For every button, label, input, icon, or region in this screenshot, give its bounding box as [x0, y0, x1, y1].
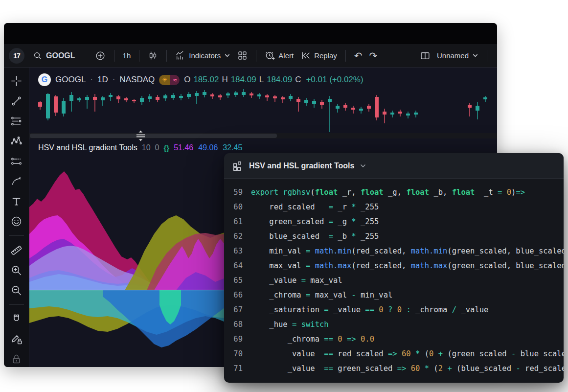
script-grid-icon: [232, 160, 244, 172]
magnet-icon: [10, 313, 23, 325]
drawing-lock-tool[interactable]: [8, 331, 25, 347]
indicators-label: Indicators: [189, 51, 221, 60]
symbol-search-button[interactable]: GOOGL: [29, 48, 79, 63]
legend-symbol: GOOGL: [55, 75, 86, 85]
fib-icon: [10, 115, 23, 127]
forecast-tool[interactable]: [8, 154, 25, 169]
script-title: HSV and HSL gradient Tools: [249, 161, 354, 170]
indicator-title: HSV and HSL gradient Tools: [38, 143, 137, 152]
pane-divider[interactable]: [29, 133, 497, 138]
legend-exchange: NASDAQ: [119, 75, 155, 85]
toolbar-separator: [166, 50, 167, 62]
code-line: 66 _chroma = max_val - min_val: [224, 288, 564, 302]
measure-tool[interactable]: [8, 242, 25, 258]
market-status-badge[interactable]: ☀ ≈: [159, 75, 180, 85]
code-line: 71 _value == green_scaled => 60 * (2 + (…: [224, 361, 564, 376]
crosshair-icon: [10, 75, 23, 87]
symbol-name: GOOGL: [46, 51, 75, 60]
zoom-in-tool[interactable]: [8, 262, 25, 278]
replay-rewind-icon: [300, 50, 311, 61]
toolbar-separator: [256, 50, 256, 62]
emoji-tool[interactable]: [8, 213, 25, 229]
line-number: 70: [224, 346, 243, 361]
pane-resize-handle-icon[interactable]: [135, 130, 146, 141]
chart-style-button[interactable]: [144, 48, 161, 63]
line-number: 62: [224, 229, 243, 244]
pine-editor-header[interactable]: HSV and HSL gradient Tools: [224, 153, 564, 179]
alert-clock-icon: [265, 50, 275, 61]
line-number: 66: [224, 288, 243, 302]
sidebar-divider: [9, 235, 24, 236]
emoji-icon: [10, 215, 23, 228]
pine-source-icon[interactable]: {}: [164, 144, 170, 152]
grid-layout-icon: [237, 50, 248, 61]
line-number: 68: [224, 317, 243, 332]
replay-button[interactable]: Replay: [297, 48, 341, 63]
indicators-button[interactable]: Indicators: [172, 48, 234, 63]
alert-button[interactable]: Alert: [261, 48, 297, 63]
code-line: 62 blue_scaled = _b * _255: [224, 229, 564, 244]
indicator-templates-button[interactable]: [234, 48, 251, 63]
magnet-tool[interactable]: [8, 311, 25, 327]
undo-icon: ↶: [354, 51, 363, 61]
lock-icon: [10, 353, 23, 365]
line-number: 64: [224, 258, 243, 273]
code-line: 63 min_val = math.min(red_scaled, math.m…: [224, 244, 564, 258]
compare-add-button[interactable]: [91, 48, 109, 64]
indicator-values: 51.4649.0632.45: [174, 143, 247, 152]
lock-all-tool[interactable]: [8, 351, 25, 367]
high-value: 184.09: [231, 75, 256, 85]
trend-line-tool[interactable]: [8, 93, 25, 109]
line-number: 65: [224, 273, 243, 288]
line-number: 63: [224, 244, 243, 258]
indicator-param: 0: [155, 143, 159, 152]
high-label: H: [222, 75, 227, 85]
fib-retracement-tool[interactable]: [8, 114, 25, 129]
layout-name: Unnamed: [437, 51, 469, 60]
indicator-value: 32.45: [223, 143, 242, 152]
interval-button[interactable]: 1h: [119, 49, 135, 62]
text-tool[interactable]: [8, 194, 25, 209]
plus-circle-icon: [95, 50, 106, 61]
sidebar-divider: [9, 304, 24, 305]
chevron-down-icon: [224, 52, 230, 59]
legend-separator: ·: [90, 75, 93, 85]
close-label: C: [295, 75, 301, 85]
code-editor[interactable]: 59export rgbhsv(float _r, float _g, floa…: [224, 179, 564, 376]
trend-line-icon: [10, 95, 23, 107]
open-value: 185.02: [193, 75, 219, 85]
legend-separator: ·: [113, 75, 115, 85]
indicators-icon: [175, 50, 185, 61]
brush-tool[interactable]: [8, 174, 25, 189]
pre-market-sun-icon: ☀: [159, 75, 170, 85]
layout-select-button[interactable]: Unnamed: [416, 48, 482, 64]
candlestick-chart[interactable]: [32, 89, 496, 135]
line-number: 67: [224, 302, 243, 317]
pane-scrollbar-thumb[interactable]: [30, 134, 277, 138]
redo-button[interactable]: ↷: [366, 48, 381, 63]
zoom-out-tool[interactable]: [8, 282, 25, 298]
line-number: 59: [224, 185, 243, 200]
change-value: +0.01 (+0.02%): [306, 75, 363, 85]
line-number: 71: [224, 361, 243, 376]
replay-label: Replay: [314, 51, 337, 60]
pattern-tool[interactable]: [8, 134, 25, 149]
line-number: 69: [224, 332, 243, 346]
code-line: 64 max_val = math.max(red_scaled, math.m…: [224, 258, 564, 273]
text-icon: [10, 195, 23, 208]
crosshair-tool[interactable]: [8, 73, 25, 89]
toolbar-separator: [114, 50, 114, 62]
chevron-down-icon[interactable]: [360, 162, 366, 169]
toolbar-separator: [345, 50, 346, 62]
toolbar-separator: [139, 50, 139, 62]
code-line: 59export rgbhsv(float _r, float _g, floa…: [224, 185, 564, 200]
forecast-icon: [10, 155, 23, 167]
indicator-legend[interactable]: HSV and HSL gradient Tools 10 0 {} 51.46…: [38, 143, 247, 152]
undo-button[interactable]: ↶: [351, 48, 366, 63]
interval-label: 1h: [123, 51, 131, 60]
redo-icon: ↷: [369, 51, 378, 61]
after-hours-wave-icon: ≈: [170, 75, 180, 85]
symbol-legend[interactable]: G GOOGL · 1D · NASDAQ ☀ ≈ O 185.02 H 184…: [38, 73, 364, 86]
layout-split-icon: [420, 50, 431, 61]
tradingview-logo[interactable]: 17: [9, 48, 24, 64]
